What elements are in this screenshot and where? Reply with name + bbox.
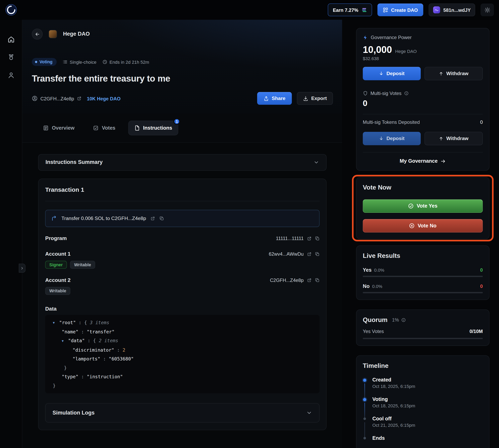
back-arrow-icon xyxy=(34,32,40,37)
yes-progress-bar xyxy=(363,276,483,277)
json-line: } xyxy=(50,381,314,390)
create-dao-label: Create DAO xyxy=(391,7,418,13)
sidebar-expand-button[interactable] xyxy=(19,264,25,272)
tab-instructions[interactable]: Instructions 1 xyxy=(128,121,178,135)
json-colon: : xyxy=(78,329,87,334)
info-icon[interactable] xyxy=(404,91,408,95)
realms-logo-icon[interactable] xyxy=(5,4,17,16)
copy-icon[interactable] xyxy=(315,252,319,256)
governance-power-title: Governance Power xyxy=(371,35,412,40)
json-brace: } xyxy=(64,365,67,370)
vote-yes-button[interactable]: Vote Yes xyxy=(363,199,483,213)
transfer-summary-row: Transfer 0.006 SOL to C2GFH...Z4e8p xyxy=(45,210,320,227)
timeline-item-date: Oct 18, 2025, 6:15pm xyxy=(372,384,483,389)
vote-no-button[interactable]: Vote No xyxy=(363,219,483,232)
instructions-content: Instructions Summary Transaction 1 Trans… xyxy=(22,143,342,430)
json-string-value: "6053680" xyxy=(109,356,134,361)
multisig-withdraw-button[interactable]: Withdraw xyxy=(424,132,483,145)
copy-icon[interactable] xyxy=(315,236,319,240)
account1-label: Account 1 xyxy=(45,251,71,257)
copy-icon[interactable] xyxy=(315,278,319,282)
multisig-deposit-button[interactable]: Deposit xyxy=(363,132,421,145)
yes-percent: 0.0% xyxy=(374,268,384,272)
arrow-down-icon xyxy=(379,71,384,76)
create-dao-icon xyxy=(383,7,388,13)
external-link-icon[interactable] xyxy=(307,236,312,240)
timeline-item: Ends xyxy=(363,435,483,441)
app-root: Earn 7.27% Create DAO 581n...wdJY xyxy=(0,0,499,448)
ends-in-label: Ends in 2d 21h 52m xyxy=(109,59,149,64)
back-button[interactable] xyxy=(32,29,43,39)
external-link-icon[interactable] xyxy=(307,252,312,256)
multisig-tokens-label: Multi-sig Tokens Deposited xyxy=(363,119,420,125)
tab-bar: Overview Votes Instructions 1 xyxy=(22,114,342,143)
timeline-item-label: Created xyxy=(372,377,483,383)
export-button[interactable]: Export xyxy=(297,92,333,105)
theme-toggle-button[interactable] xyxy=(481,3,494,16)
quorum-title: Quorum xyxy=(363,316,388,324)
votes-check-icon xyxy=(93,125,99,131)
status-dot-icon xyxy=(35,61,37,63)
json-line: "discriminator" : 2 xyxy=(50,345,314,354)
sidebar-item-home[interactable] xyxy=(7,36,15,43)
timeline-item-label: Ends xyxy=(372,435,483,441)
info-icon[interactable] xyxy=(402,318,406,322)
divider xyxy=(363,114,483,114)
home-icon xyxy=(7,36,15,43)
json-brace: { xyxy=(84,320,87,325)
external-link-icon[interactable] xyxy=(77,96,81,101)
deposit-label: Deposit xyxy=(387,71,405,77)
multisig-votes-value: 0 xyxy=(363,98,483,108)
account2-label: Account 2 xyxy=(45,277,71,283)
transfer-arrow-icon xyxy=(51,216,57,221)
copy-icon[interactable] xyxy=(159,216,164,221)
multisig-votes-label: Multi-sig Votes xyxy=(371,90,402,96)
account2-value: C2GFH...Z4e8p xyxy=(270,277,304,283)
sun-icon xyxy=(484,7,490,13)
json-key: "discriminator" xyxy=(73,347,114,352)
proposer-row: C2GFH...Z4e8p 10K Hege DAO xyxy=(32,96,121,101)
vote-no-label: Vote No xyxy=(418,223,437,229)
my-governance-link[interactable]: My Governance xyxy=(363,152,483,164)
governance-amount: 10,000 xyxy=(363,44,392,55)
ends-in: Ends in 2d 21h 52m xyxy=(103,59,149,64)
sidebar-item-rewards[interactable] xyxy=(7,54,15,61)
sidebar-item-profile[interactable] xyxy=(7,72,15,79)
earn-button[interactable]: Earn 7.27% xyxy=(328,3,372,16)
json-meta: 2 items xyxy=(99,338,118,343)
governance-usd-value: $32.638 xyxy=(363,56,483,61)
json-key: "lamports" xyxy=(73,356,100,361)
writable-badge: Writable xyxy=(45,287,70,295)
share-button[interactable]: Share xyxy=(257,92,292,105)
timeline-item-date: Oct 21, 2025, 6:15pm xyxy=(372,423,483,428)
chevron-down-icon[interactable] xyxy=(306,410,312,416)
json-colon: : xyxy=(76,320,84,325)
proposer-tokens-link[interactable]: 10K Hege DAO xyxy=(87,96,121,101)
proposal-meta-row: Voting Single-choice Ends in 2d 21h 52m xyxy=(32,58,333,66)
wallet-button[interactable]: 581n...wdJY xyxy=(429,3,475,16)
instructions-summary-panel[interactable]: Instructions Summary xyxy=(38,154,327,171)
chevron-right-icon xyxy=(20,266,24,270)
caret-icon[interactable]: ▼ xyxy=(53,318,59,327)
program-row: Program 11111...11111 xyxy=(45,235,320,241)
topbar-actions: Earn 7.27% Create DAO 581n...wdJY xyxy=(328,3,494,16)
tab-votes-label: Votes xyxy=(102,125,115,131)
tab-votes[interactable]: Votes xyxy=(87,121,121,135)
json-line: "type" : "instruction" xyxy=(50,372,314,381)
json-string-value: "transfer" xyxy=(87,329,114,334)
simulation-logs-panel[interactable]: Simulation Logs xyxy=(45,403,320,423)
account1-value: 62wv4...AWwDu xyxy=(269,251,304,257)
yes-result-row: Yes 0.0% 0 xyxy=(363,267,483,273)
external-link-icon[interactable] xyxy=(307,278,312,282)
json-meta: 3 items xyxy=(90,320,109,325)
earn-label: Earn 7.27% xyxy=(333,7,358,13)
create-dao-button[interactable]: Create DAO xyxy=(377,3,423,16)
my-governance-label: My Governance xyxy=(400,158,437,164)
deposit-button[interactable]: Deposit xyxy=(363,67,421,80)
tab-overview[interactable]: Overview xyxy=(37,121,80,135)
json-viewer: ▼"root" : {3 items "name" : "transfer" ▼… xyxy=(45,315,320,393)
withdraw-button[interactable]: Withdraw xyxy=(424,67,483,80)
caret-icon[interactable]: ▼ xyxy=(62,336,68,345)
chevron-down-icon[interactable] xyxy=(313,160,319,165)
external-link-icon[interactable] xyxy=(151,216,155,221)
